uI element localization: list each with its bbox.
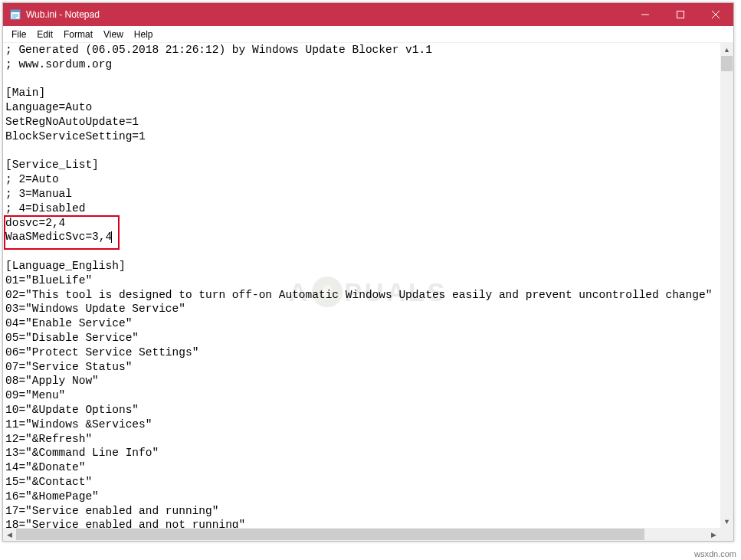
titlebar[interactable]: Wub.ini - Notepad [3,3,733,26]
menu-edit[interactable]: Edit [31,28,58,41]
menu-file[interactable]: File [6,28,31,41]
line: [Service_List] [5,159,99,171]
line: 10="&Update Options" [5,404,139,416]
line: 07="Service Status" [5,361,132,373]
line: ; 2=Auto [5,173,59,185]
editor-area: A PUALS ; Generated (06.05.2018 21:26:12… [3,42,733,541]
svg-rect-1 [11,10,20,12]
maximize-button[interactable] [663,3,698,26]
line: 03="Windows Update Service" [5,303,185,315]
menu-help[interactable]: Help [129,28,159,41]
line: 02="This tool is designed to turn off-on… [5,289,712,301]
line: ; www.sordum.org [5,58,112,70]
line: 16="&HomePage" [5,490,99,503]
line: ; 3=Manual [5,188,72,200]
vertical-scrollbar[interactable]: ▲ ▼ [720,43,733,528]
close-button[interactable] [698,3,733,26]
scroll-down-arrow-icon[interactable]: ▼ [720,515,733,528]
line: SetRegNoAutoUpdate=1 [5,116,139,128]
line: 18="Service enabled and not running" [5,519,245,528]
line: dosvc=2,4 [5,217,65,229]
line: 09="Menu" [5,389,65,401]
line: ; Generated (06.05.2018 21:26:12) by Win… [5,44,432,56]
scroll-right-arrow-icon[interactable]: ▶ [707,528,720,541]
notepad-window: Wub.ini - Notepad File Edit Format View … [2,2,734,542]
scroll-corner [720,528,733,541]
line: [Main] [5,87,45,99]
line: 13="&Command Line Info" [5,447,159,459]
line: 12="&Refresh" [5,433,92,445]
menu-format[interactable]: Format [58,28,98,41]
line: 17="Service enabled and running" [5,505,218,517]
notepad-icon [9,8,21,21]
text-editor[interactable]: ; Generated (06.05.2018 21:26:12) by Win… [3,43,720,528]
window-title: Wub.ini - Notepad [26,9,100,20]
line: 01="BlueLife" [5,274,92,287]
line: 04="Enable Service" [5,317,132,329]
horizontal-scrollbar[interactable]: ◀ ▶ [3,528,720,541]
line: [Language_English] [5,260,126,272]
menu-view[interactable]: View [98,28,129,41]
svg-rect-6 [677,11,684,18]
line: 06="Protect Service Settings" [5,346,198,359]
minimize-button[interactable] [628,3,663,26]
line: Language=Auto [5,101,92,113]
line: ; 4=Disabled [5,202,85,215]
scroll-up-arrow-icon[interactable]: ▲ [720,43,733,56]
line: 15="&Contact" [5,476,92,488]
line: 05="Disable Service" [5,332,139,344]
line: BlockServiceSetting=1 [5,130,146,142]
menubar: File Edit Format View Help [3,26,733,42]
vertical-scroll-thumb[interactable] [721,56,733,71]
line: WaaSMedicSvc=3,4 [5,231,112,243]
line: 08="Apply Now" [5,375,99,387]
text-caret [111,231,112,243]
line: 14="&Donate" [5,461,85,473]
horizontal-scroll-thumb[interactable] [16,529,644,540]
line: 11="Windows &Services" [5,418,152,431]
scroll-left-arrow-icon[interactable]: ◀ [3,528,16,541]
